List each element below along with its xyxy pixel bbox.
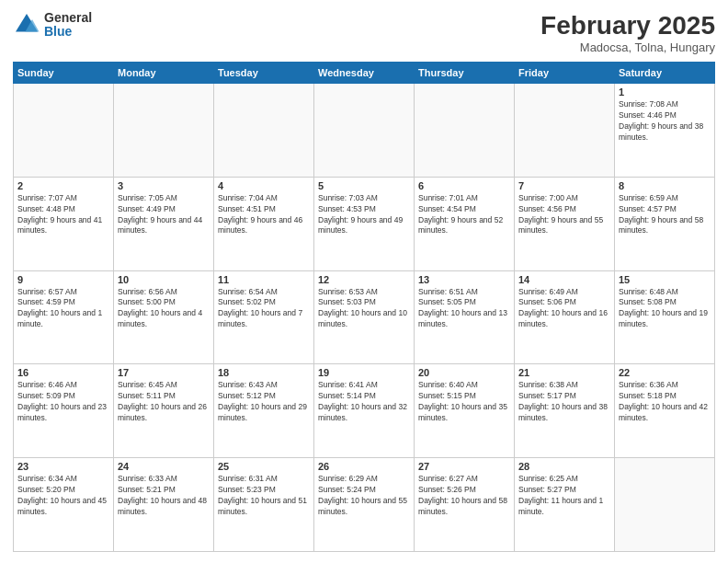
day-number: 3 bbox=[118, 180, 210, 191]
calendar-cell bbox=[314, 84, 415, 178]
day-info: Sunrise: 7:01 AM Sunset: 4:54 PM Dayligh… bbox=[418, 193, 510, 237]
calendar-cell: 27Sunrise: 6:27 AM Sunset: 5:26 PM Dayli… bbox=[415, 458, 515, 552]
calendar-cell: 22Sunrise: 6:36 AM Sunset: 5:18 PM Dayli… bbox=[615, 364, 715, 458]
calendar-cell bbox=[214, 84, 314, 178]
logo-general-text: General bbox=[44, 11, 92, 25]
calendar-week-4: 16Sunrise: 6:46 AM Sunset: 5:09 PM Dayli… bbox=[14, 364, 715, 458]
day-info: Sunrise: 6:57 AM Sunset: 4:59 PM Dayligh… bbox=[17, 287, 109, 331]
logo-text: General Blue bbox=[44, 11, 92, 40]
day-number: 13 bbox=[418, 274, 510, 285]
calendar-cell: 5Sunrise: 7:03 AM Sunset: 4:53 PM Daylig… bbox=[314, 177, 415, 270]
col-wednesday: Wednesday bbox=[314, 63, 415, 84]
calendar-cell bbox=[415, 84, 515, 178]
header: General Blue February 2025 Madocsa, Toln… bbox=[13, 11, 715, 54]
calendar-cell: 8Sunrise: 6:59 AM Sunset: 4:57 PM Daylig… bbox=[615, 177, 715, 270]
calendar-cell: 18Sunrise: 6:43 AM Sunset: 5:12 PM Dayli… bbox=[214, 364, 314, 458]
calendar-cell: 14Sunrise: 6:49 AM Sunset: 5:06 PM Dayli… bbox=[515, 270, 615, 364]
day-number: 19 bbox=[318, 367, 410, 378]
day-number: 17 bbox=[118, 367, 210, 378]
day-info: Sunrise: 6:33 AM Sunset: 5:21 PM Dayligh… bbox=[118, 474, 210, 518]
day-info: Sunrise: 7:08 AM Sunset: 4:46 PM Dayligh… bbox=[619, 99, 711, 144]
calendar-week-3: 9Sunrise: 6:57 AM Sunset: 4:59 PM Daylig… bbox=[14, 270, 715, 364]
calendar-cell bbox=[615, 458, 715, 552]
day-info: Sunrise: 6:45 AM Sunset: 5:11 PM Dayligh… bbox=[118, 380, 210, 424]
day-info: Sunrise: 6:31 AM Sunset: 5:23 PM Dayligh… bbox=[218, 474, 310, 518]
day-info: Sunrise: 6:53 AM Sunset: 5:03 PM Dayligh… bbox=[318, 287, 410, 331]
calendar-cell: 20Sunrise: 6:40 AM Sunset: 5:15 PM Dayli… bbox=[415, 364, 515, 458]
calendar-cell: 2Sunrise: 7:07 AM Sunset: 4:48 PM Daylig… bbox=[14, 177, 114, 270]
col-saturday: Saturday bbox=[615, 63, 715, 84]
calendar-cell: 10Sunrise: 6:56 AM Sunset: 5:00 PM Dayli… bbox=[114, 270, 214, 364]
calendar-cell bbox=[515, 84, 615, 178]
col-thursday: Thursday bbox=[415, 63, 515, 84]
day-number: 11 bbox=[218, 274, 310, 285]
day-info: Sunrise: 6:56 AM Sunset: 5:00 PM Dayligh… bbox=[118, 287, 210, 331]
day-number: 9 bbox=[17, 274, 109, 285]
calendar-cell: 19Sunrise: 6:41 AM Sunset: 5:14 PM Dayli… bbox=[314, 364, 415, 458]
day-number: 8 bbox=[619, 180, 711, 191]
calendar-cell: 7Sunrise: 7:00 AM Sunset: 4:56 PM Daylig… bbox=[515, 177, 615, 270]
day-number: 5 bbox=[318, 180, 410, 191]
calendar-cell: 13Sunrise: 6:51 AM Sunset: 5:05 PM Dayli… bbox=[415, 270, 515, 364]
calendar-cell: 23Sunrise: 6:34 AM Sunset: 5:20 PM Dayli… bbox=[14, 458, 114, 552]
day-number: 6 bbox=[418, 180, 510, 191]
calendar-cell: 9Sunrise: 6:57 AM Sunset: 4:59 PM Daylig… bbox=[14, 270, 114, 364]
day-info: Sunrise: 6:54 AM Sunset: 5:02 PM Dayligh… bbox=[218, 287, 310, 331]
calendar-cell: 16Sunrise: 6:46 AM Sunset: 5:09 PM Dayli… bbox=[14, 364, 114, 458]
logo-blue-text: Blue bbox=[44, 25, 92, 39]
title-block: February 2025 Madocsa, Tolna, Hungary bbox=[540, 11, 715, 54]
calendar-week-5: 23Sunrise: 6:34 AM Sunset: 5:20 PM Dayli… bbox=[14, 458, 715, 552]
calendar-cell: 26Sunrise: 6:29 AM Sunset: 5:24 PM Dayli… bbox=[314, 458, 415, 552]
calendar-cell bbox=[14, 84, 114, 178]
calendar-week-2: 2Sunrise: 7:07 AM Sunset: 4:48 PM Daylig… bbox=[14, 177, 715, 270]
day-info: Sunrise: 6:27 AM Sunset: 5:26 PM Dayligh… bbox=[418, 474, 510, 518]
day-info: Sunrise: 6:40 AM Sunset: 5:15 PM Dayligh… bbox=[418, 380, 510, 424]
day-number: 2 bbox=[17, 180, 109, 191]
calendar-cell bbox=[114, 84, 214, 178]
calendar-cell: 4Sunrise: 7:04 AM Sunset: 4:51 PM Daylig… bbox=[214, 177, 314, 270]
day-number: 22 bbox=[619, 367, 711, 378]
logo-icon bbox=[13, 11, 40, 39]
calendar-cell: 12Sunrise: 6:53 AM Sunset: 5:03 PM Dayli… bbox=[314, 270, 415, 364]
day-info: Sunrise: 7:07 AM Sunset: 4:48 PM Dayligh… bbox=[17, 193, 109, 237]
day-number: 28 bbox=[518, 461, 610, 472]
calendar-cell: 11Sunrise: 6:54 AM Sunset: 5:02 PM Dayli… bbox=[214, 270, 314, 364]
calendar-cell: 24Sunrise: 6:33 AM Sunset: 5:21 PM Dayli… bbox=[114, 458, 214, 552]
calendar-week-1: 1Sunrise: 7:08 AM Sunset: 4:46 PM Daylig… bbox=[14, 84, 715, 178]
calendar-cell: 1Sunrise: 7:08 AM Sunset: 4:46 PM Daylig… bbox=[615, 84, 715, 178]
day-info: Sunrise: 6:34 AM Sunset: 5:20 PM Dayligh… bbox=[17, 474, 109, 518]
day-info: Sunrise: 6:51 AM Sunset: 5:05 PM Dayligh… bbox=[418, 287, 510, 331]
day-number: 1 bbox=[619, 86, 711, 98]
day-number: 23 bbox=[17, 461, 109, 472]
header-row: Sunday Monday Tuesday Wednesday Thursday… bbox=[14, 63, 715, 84]
calendar-cell: 21Sunrise: 6:38 AM Sunset: 5:17 PM Dayli… bbox=[515, 364, 615, 458]
day-number: 21 bbox=[518, 367, 610, 378]
calendar-subtitle: Madocsa, Tolna, Hungary bbox=[540, 40, 715, 54]
day-info: Sunrise: 6:36 AM Sunset: 5:18 PM Dayligh… bbox=[619, 380, 711, 424]
page: General Blue February 2025 Madocsa, Toln… bbox=[0, 0, 728, 563]
day-info: Sunrise: 6:59 AM Sunset: 4:57 PM Dayligh… bbox=[619, 193, 711, 237]
day-number: 20 bbox=[418, 367, 510, 378]
day-info: Sunrise: 7:00 AM Sunset: 4:56 PM Dayligh… bbox=[518, 193, 610, 237]
col-sunday: Sunday bbox=[14, 63, 114, 84]
day-number: 12 bbox=[318, 274, 410, 285]
day-info: Sunrise: 6:29 AM Sunset: 5:24 PM Dayligh… bbox=[318, 474, 410, 518]
day-number: 14 bbox=[518, 274, 610, 285]
calendar-cell: 28Sunrise: 6:25 AM Sunset: 5:27 PM Dayli… bbox=[515, 458, 615, 552]
day-info: Sunrise: 6:48 AM Sunset: 5:08 PM Dayligh… bbox=[619, 287, 711, 331]
calendar-cell: 15Sunrise: 6:48 AM Sunset: 5:08 PM Dayli… bbox=[615, 270, 715, 364]
day-number: 10 bbox=[118, 274, 210, 285]
day-info: Sunrise: 6:41 AM Sunset: 5:14 PM Dayligh… bbox=[318, 380, 410, 424]
day-info: Sunrise: 6:46 AM Sunset: 5:09 PM Dayligh… bbox=[17, 380, 109, 424]
calendar-cell: 3Sunrise: 7:05 AM Sunset: 4:49 PM Daylig… bbox=[114, 177, 214, 270]
col-tuesday: Tuesday bbox=[214, 63, 314, 84]
day-number: 27 bbox=[418, 461, 510, 472]
col-friday: Friday bbox=[515, 63, 615, 84]
day-number: 18 bbox=[218, 367, 310, 378]
calendar-cell: 25Sunrise: 6:31 AM Sunset: 5:23 PM Dayli… bbox=[214, 458, 314, 552]
day-number: 16 bbox=[17, 367, 109, 378]
calendar-table: Sunday Monday Tuesday Wednesday Thursday… bbox=[13, 62, 715, 552]
day-info: Sunrise: 7:03 AM Sunset: 4:53 PM Dayligh… bbox=[318, 193, 410, 237]
day-number: 26 bbox=[318, 461, 410, 472]
day-info: Sunrise: 6:43 AM Sunset: 5:12 PM Dayligh… bbox=[218, 380, 310, 424]
